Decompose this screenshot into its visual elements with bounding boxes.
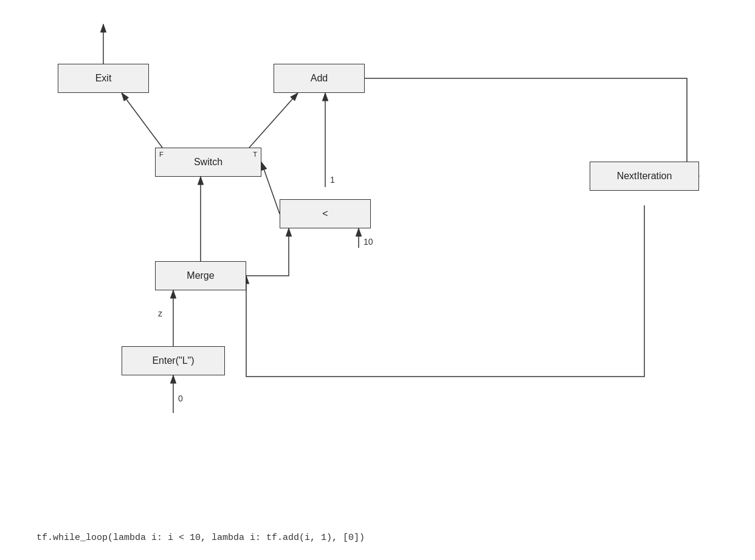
arrow-less-switch	[261, 162, 280, 214]
enter-label: Enter("L")	[152, 355, 194, 366]
next-iteration-label: NextIteration	[617, 171, 672, 182]
merge-node: Merge	[155, 261, 246, 290]
switch-label: Switch	[194, 157, 222, 168]
less-node: <	[280, 199, 371, 228]
code-line: tf.while_loop(lambda i: i < 10, lambda i…	[36, 533, 365, 543]
arrow-switch-exit	[122, 93, 162, 148]
arrow-merge-less	[246, 228, 289, 276]
add-node: Add	[274, 64, 365, 93]
exit-node: Exit	[58, 64, 149, 93]
switch-t-label: T	[253, 151, 257, 158]
switch-f-label: F	[159, 151, 164, 158]
edge-label-z: z	[158, 309, 162, 318]
exit-label: Exit	[95, 73, 112, 84]
edge-label-1: 1	[330, 175, 335, 185]
less-label: <	[322, 208, 328, 219]
arrow-switch-add	[249, 93, 298, 148]
switch-node: F Switch T	[155, 148, 261, 177]
edge-label-0: 0	[178, 394, 183, 403]
diagram-container: Exit Add F Switch T < NextIteration Merg…	[0, 0, 755, 528]
add-label: Add	[311, 73, 328, 84]
enter-node: Enter("L")	[122, 346, 225, 375]
edge-label-10: 10	[364, 237, 373, 247]
next-iteration-node: NextIteration	[590, 162, 699, 191]
arrow-nextiter-merge	[246, 205, 644, 377]
merge-label: Merge	[187, 270, 214, 281]
